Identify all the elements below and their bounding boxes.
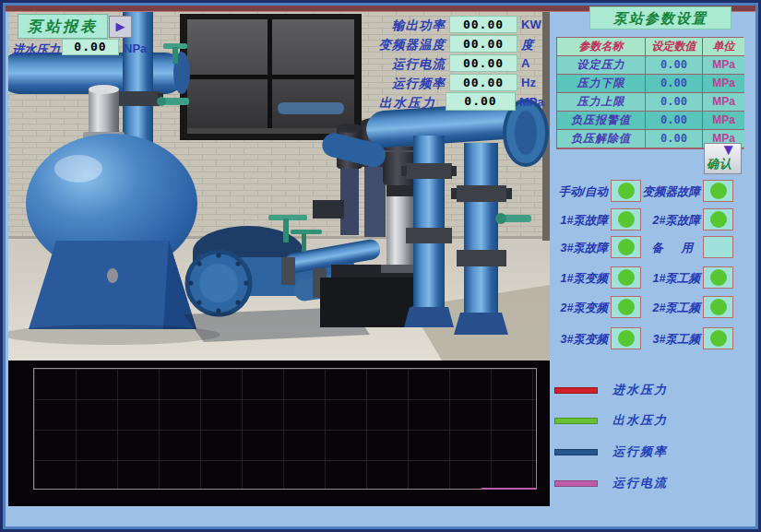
status-indicator-pump2-mains	[703, 296, 733, 318]
legend-label-frequency: 运行频率	[612, 443, 668, 460]
inlet-pressure-unit: NPa	[124, 41, 147, 55]
param-unit: MPa	[703, 93, 744, 112]
legend-label-outlet: 出水压力	[612, 412, 668, 429]
play-arrow-icon[interactable]: ▶	[109, 16, 132, 38]
param-name: 压力上限	[557, 93, 646, 112]
status-indicator-pump3-fault	[611, 236, 641, 258]
outlet-pressure-value: 0.00	[446, 92, 516, 111]
inlet-pressure-value: 0.00	[62, 39, 119, 55]
inverter-temp-unit: 度	[521, 37, 533, 53]
legend-label-current: 运行电流	[612, 475, 668, 491]
pipe-coupling	[281, 257, 295, 285]
status-label-spare: 备 用	[639, 241, 700, 256]
status-label-pump1-fault: 1#泵故障	[543, 213, 608, 229]
output-power-unit: KW	[521, 18, 541, 31]
param-name: 负压报警值	[557, 112, 646, 130]
output-power-label: 输出功率	[327, 18, 446, 34]
param-value[interactable]: 0.00	[646, 112, 703, 130]
run-current-unit: A	[521, 56, 529, 70]
status-label-pump2-fault: 2#泵故障	[639, 213, 700, 229]
settings-title: 泵站参数设置	[589, 6, 731, 30]
inverter-temp-value: 00.00	[449, 35, 517, 53]
inlet-pressure-label: 进水压力	[12, 41, 60, 58]
status-indicator-pump3-mains	[703, 327, 733, 349]
run-frequency-value: 00.00	[449, 74, 517, 91]
param-name: 压力下限	[557, 75, 646, 93]
indicator-lamp	[710, 269, 727, 286]
param-unit: MPa	[703, 112, 744, 130]
inverter-temp-label: 变频器温度	[327, 37, 446, 53]
status-indicator-pump1-fault	[611, 208, 641, 231]
status-label-pump3-vfd: 3#泵变频	[543, 332, 608, 348]
status-label-pump3-fault: 3#泵故障	[543, 241, 608, 256]
outlet-pressure-unit: MPa	[519, 95, 544, 109]
legend-swatch-inlet	[554, 387, 598, 394]
status-indicator-spare	[703, 236, 733, 258]
current-trace-flatline	[482, 488, 537, 490]
suction-stub	[313, 200, 344, 219]
indicator-lamp	[710, 211, 727, 228]
status-indicator-pump2-vfd	[611, 296, 641, 318]
legend-label-inlet: 进水压力	[612, 382, 668, 398]
legend-swatch-frequency	[554, 449, 598, 455]
status-indicator-pump1-mains	[703, 266, 733, 289]
indicator-lamp	[618, 299, 635, 315]
run-current-label: 运行电流	[327, 56, 446, 73]
indicator-lamp	[618, 183, 635, 199]
param-value[interactable]: 0.00	[646, 130, 703, 148]
status-label-pump1-vfd: 1#泵变频	[543, 271, 608, 287]
status-label-pump2-mains: 2#泵工频	[639, 301, 700, 316]
run-frequency-label: 运行频率	[327, 76, 446, 92]
param-value[interactable]: 0.00	[646, 93, 703, 112]
trend-chart	[8, 361, 550, 506]
confirm-label: 确认	[707, 156, 732, 172]
param-unit: MPa	[703, 75, 744, 93]
status-indicator-pump3-vfd	[611, 327, 641, 349]
outlet-pressure-label: 出水压力	[379, 95, 436, 112]
param-value[interactable]: 0.00	[646, 75, 703, 93]
param-value[interactable]: 0.00	[646, 56, 703, 75]
col-header-value: 设定数值	[646, 38, 703, 56]
status-label-pump2-vfd: 2#泵变频	[543, 301, 608, 316]
param-name: 设定压力	[557, 56, 646, 75]
status-label-pump3-mains: 3#泵工频	[639, 332, 700, 348]
status-label-pump1-mains: 1#泵工频	[639, 271, 700, 287]
report-button[interactable]: 泵站报表	[18, 14, 108, 39]
indicator-lamp	[710, 330, 727, 347]
status-indicator-inverter-fault	[703, 180, 733, 202]
indicator-lamp	[618, 239, 635, 255]
settings-table: 参数名称 设定数值 单位 设定压力 0.00 MPa 压力下限 0.00 MPa…	[556, 37, 743, 149]
param-name: 负压解除值	[557, 130, 646, 148]
air-vent-cylinder	[83, 85, 125, 139]
window-reflection	[278, 102, 344, 114]
tank-pedestal	[29, 241, 196, 329]
indicator-lamp	[618, 211, 635, 228]
tank-shadow	[8, 325, 220, 345]
trend-plot-area	[33, 368, 537, 490]
col-header-unit: 单位	[703, 38, 744, 56]
indicator-lamp	[710, 299, 727, 315]
confirm-button[interactable]: ▼ 确认	[704, 143, 742, 174]
pump-station-hmi: 泵站报表 ▶ 进水压力 0.00 NPa 输出功率 00.00 KW 变频器温度…	[0, 0, 761, 532]
status-indicator-pump1-vfd	[611, 266, 641, 289]
status-indicator-pump2-fault	[703, 208, 733, 231]
legend-swatch-outlet	[554, 418, 598, 424]
run-frequency-unit: Hz	[521, 76, 536, 89]
run-current-value: 00.00	[449, 54, 517, 72]
status-label-inverter-fault: 变频器故障	[639, 184, 700, 200]
indicator-lamp	[710, 183, 727, 199]
legend-swatch-current	[554, 480, 598, 487]
status-indicator-auto-manual	[611, 180, 641, 202]
status-label-auto-manual: 手动/自动	[543, 184, 608, 200]
indicator-lamp	[618, 330, 635, 347]
indicator-lamp	[618, 269, 635, 286]
param-unit: MPa	[703, 56, 744, 75]
output-power-value: 00.00	[449, 16, 517, 33]
col-header-name: 参数名称	[557, 38, 646, 56]
